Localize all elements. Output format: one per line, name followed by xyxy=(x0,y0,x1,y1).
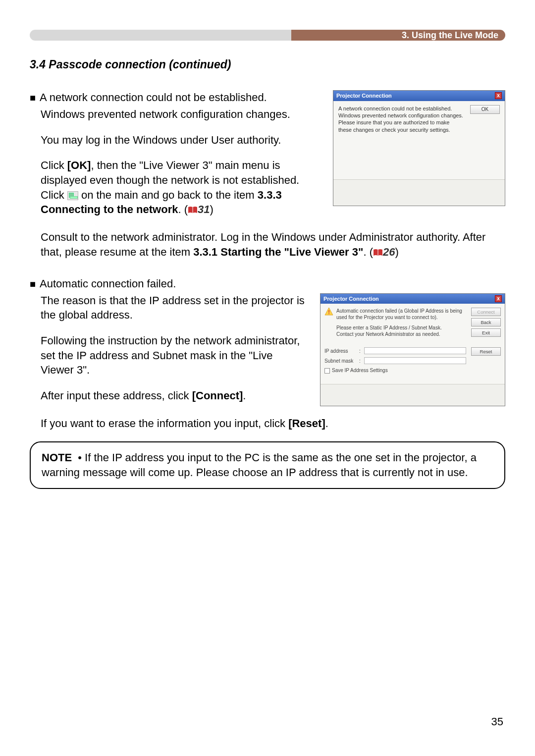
dialog2-footer xyxy=(321,384,505,406)
subnet-label: Subnet mask xyxy=(324,358,356,365)
ok-button[interactable]: OK xyxy=(470,105,500,114)
dialog1-message: A network connection could not be establ… xyxy=(338,105,463,175)
dialog2-msg1: Automatic connection failed (a Global IP… xyxy=(336,308,466,321)
dialog1-titlebar: Projector Connection x xyxy=(333,91,505,101)
issue2-line2: Following the instruction by the network… xyxy=(41,333,305,378)
connect-button[interactable]: Connect xyxy=(471,308,501,316)
dialog2-titlebar: Projector Connection x xyxy=(321,294,505,304)
exit-button[interactable]: Exit xyxy=(471,328,501,337)
dialog-network-error: Projector Connection x A network connect… xyxy=(333,90,505,206)
note-text: If the IP address you input to the PC is… xyxy=(42,451,477,479)
book-icon xyxy=(188,206,198,214)
save-checkbox-label: Save IP Address Settings xyxy=(332,367,388,374)
issue1-para4: Consult to the network administrator. Lo… xyxy=(41,230,505,259)
close-icon[interactable]: x xyxy=(495,295,502,302)
breadcrumb: 3. Using the Live Mode xyxy=(402,30,498,41)
ip-field[interactable] xyxy=(364,347,466,354)
issue1-line2: You may log in the Windows under User au… xyxy=(41,133,318,148)
note-box: NOTE • If the IP address you input to th… xyxy=(30,441,505,488)
bullet-icon: ■ xyxy=(30,276,36,291)
page-number: 35 xyxy=(491,715,503,728)
issue2-para3: After input these address, click [Connec… xyxy=(41,388,305,403)
book-icon xyxy=(373,249,383,257)
issue1-line1: Windows prevented network configuration … xyxy=(41,107,318,122)
dialog2-msg2: Please enter a Static IP Address / Subne… xyxy=(336,324,466,337)
connection-icon xyxy=(67,191,78,200)
issue1-heading: A network connection could not be establ… xyxy=(40,90,267,105)
subnet-field[interactable] xyxy=(364,357,466,364)
svg-text:!: ! xyxy=(328,309,330,315)
ip-label: IP address xyxy=(324,348,356,355)
issue2-line1: The reason is that the IP address set in… xyxy=(41,293,305,323)
dialog1-title: Projector Connection xyxy=(336,92,392,100)
reset-button[interactable]: Reset xyxy=(471,347,501,356)
issue1-para3: Click [OK], then the "Live Viewer 3" mai… xyxy=(41,158,318,217)
dialog1-footer xyxy=(333,180,505,206)
header-bar: 3. Using the Live Mode xyxy=(30,30,505,41)
save-checkbox[interactable] xyxy=(324,368,330,374)
close-icon[interactable]: x xyxy=(495,92,502,99)
dialog2-title: Projector Connection xyxy=(323,295,379,303)
section-title: 3.4 Passcode connection (continued) xyxy=(30,58,505,71)
issue2-para4: If you want to erase the information you… xyxy=(41,416,505,431)
note-label: NOTE xyxy=(42,451,72,464)
back-button[interactable]: Back xyxy=(471,318,501,326)
warning-icon: ! xyxy=(324,307,333,316)
bullet-icon: ■ xyxy=(30,90,36,105)
dialog-auto-connection-failed: Projector Connection x ! Automatic conne… xyxy=(320,293,505,406)
issue2-heading: Automatic connection failed. xyxy=(40,276,176,291)
